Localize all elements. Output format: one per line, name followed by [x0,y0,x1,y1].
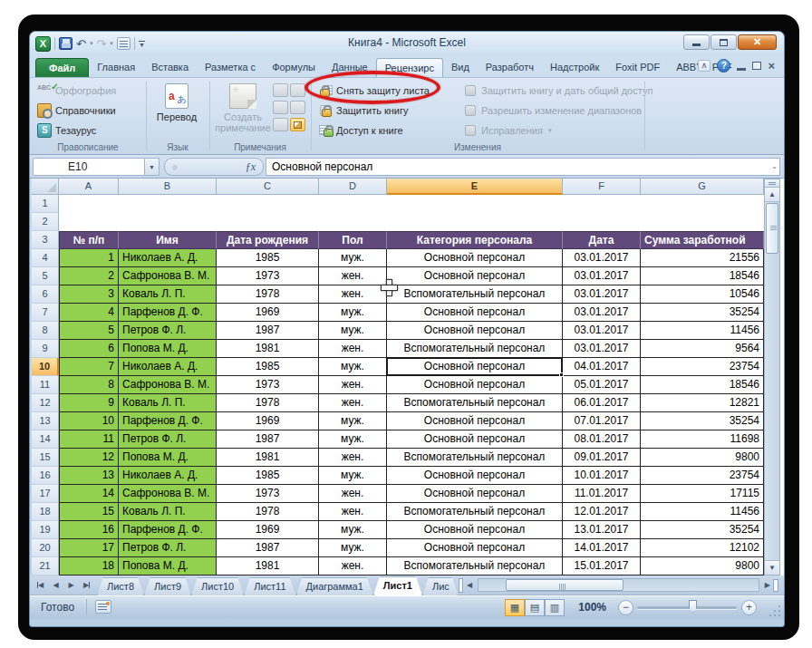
cell-B12[interactable]: Коваль Л. П. [119,394,217,412]
row-header-21[interactable]: 21 [32,557,59,575]
cell-C12[interactable]: 1978 [217,394,319,412]
cell-E15[interactable]: Вспомогательный персонал [387,449,563,467]
cell-F21[interactable]: 15.01.2017 [563,557,641,575]
vertical-scrollbar[interactable]: ▲ ▼ [764,179,780,575]
research-button[interactable]: Справочники [37,102,116,120]
cell-B5[interactable]: Сафронова В. М. [119,267,217,285]
cell-F17[interactable]: 11.01.2017 [563,485,641,503]
row-header-17[interactable]: 17 [32,485,59,503]
cell-D16[interactable]: муж. [319,467,387,485]
cell-G6[interactable]: 10546 [641,285,764,304]
cell-G12[interactable]: 12821 [641,394,764,412]
cell-G5[interactable]: 18546 [641,267,764,285]
cell-A8[interactable]: 5 [59,322,119,340]
tab-Разработч[interactable]: Разработч [478,58,542,77]
row-header-3[interactable]: 3 [32,231,59,249]
cell-B11[interactable]: Сафронова В. М. [119,376,217,394]
cell-E11[interactable]: Основной персонал [387,376,563,394]
sheet-tab-Лист1[interactable]: Лист1 [373,576,422,595]
next-comment-icon[interactable] [290,101,305,114]
cell-D15[interactable]: жен. [319,449,387,467]
previous-sheet-icon[interactable]: ◀ [49,578,63,592]
page-layout-view-icon[interactable]: ▤ [525,599,545,616]
cell-B4[interactable]: Николаев А. Д. [119,249,217,267]
cell-B3[interactable]: Имя [119,231,217,249]
cell-A9[interactable]: 6 [59,340,119,358]
row-header-13[interactable]: 13 [32,412,59,430]
cell-C16[interactable]: 1985 [217,467,319,485]
cell-A14[interactable]: 11 [59,430,119,449]
cell-A4[interactable]: 1 [59,249,119,267]
empty-row-cells[interactable] [59,195,784,213]
tab-Foxit PDF[interactable]: Foxit PDF [607,58,668,77]
sheet-tab-Лист8[interactable]: Лист8 [97,577,144,595]
cell-F11[interactable]: 05.01.2017 [563,376,641,394]
cell-E3[interactable]: Категория персонала [387,231,563,249]
sheet-tab-Лис[interactable]: Лис [422,577,459,595]
minimize-button[interactable] [683,34,710,50]
row-header-20[interactable]: 20 [32,539,59,557]
row-header-4[interactable]: 4 [32,249,59,267]
cell-G15[interactable]: 9800 [641,449,764,467]
zoom-in-icon[interactable]: + [741,600,757,615]
cell-C14[interactable]: 1987 [217,430,319,449]
cell-F5[interactable]: 03.01.2017 [563,267,641,285]
cell-B21[interactable]: Попова М. Д. [119,557,217,575]
cell-D6[interactable]: жен. [319,285,387,304]
help-icon[interactable]: ? [717,59,730,73]
resize-grip[interactable] [769,604,781,616]
cell-F9[interactable]: 03.01.2017 [563,340,641,358]
cell-E9[interactable]: Вспомогательный персонал [387,340,563,358]
name-box[interactable]: E10 [33,158,160,176]
cell-F14[interactable]: 08.01.2017 [563,430,641,449]
cell-E20[interactable]: Основной персонал [387,539,563,557]
tab-Надстройк[interactable]: Надстройк [542,58,607,77]
cell-F6[interactable]: 03.01.2017 [563,285,641,304]
sheet-tab-Лист9[interactable]: Лист9 [144,577,191,595]
cell-E19[interactable]: Основной персонал [387,521,563,539]
row-header-10[interactable]: 10 [32,358,59,376]
row-header-14[interactable]: 14 [32,430,59,449]
zoom-level[interactable]: 100% [578,601,606,614]
fill-handle[interactable] [559,372,564,377]
close-button[interactable]: ✕ [738,34,777,50]
cell-B17[interactable]: Сафронова В. М. [119,485,217,503]
share-workbook-button[interactable]: Доступ к книге [318,121,403,140]
cell-E16[interactable]: Основной персонал [387,467,563,485]
sheet-tab-Лист11[interactable]: Лист11 [244,577,295,595]
cell-A11[interactable]: 8 [59,376,119,394]
cell-D20[interactable]: муж. [319,539,387,557]
scroll-right-icon[interactable]: ▶ [765,581,770,589]
cell-F8[interactable]: 03.01.2017 [563,322,641,340]
cell-C4[interactable]: 1985 [217,249,319,267]
cell-F20[interactable]: 14.01.2017 [563,539,641,557]
cell-C20[interactable]: 1987 [217,539,319,557]
cell-C7[interactable]: 1969 [217,304,319,322]
sheet-tab-Лист10[interactable]: Лист10 [191,577,244,595]
cell-D9[interactable]: жен. [319,340,387,358]
cell-A13[interactable]: 10 [59,412,119,430]
row-header-7[interactable]: 7 [32,304,59,322]
scroll-down-icon[interactable]: ▼ [765,560,779,575]
sheet-tab-Диаграмма1[interactable]: Диаграмма1 [296,577,373,595]
cell-F10[interactable]: 04.01.2017 [563,358,641,376]
cell-A3[interactable]: № п/п [59,231,119,249]
previous-comment-icon[interactable] [273,101,288,114]
cell-F4[interactable]: 03.01.2017 [563,249,641,267]
cell-B7[interactable]: Парфенов Д. Ф. [119,304,217,322]
row-header-1[interactable]: 1 [32,195,59,213]
cell-C10[interactable]: 1985 [217,358,319,376]
column-header-A[interactable]: A [59,179,119,195]
cell-C6[interactable]: 1978 [217,285,319,304]
cell-G21[interactable]: 9800 [641,557,764,575]
protect-share-workbook-button[interactable]: Защитить книгу и дать общий доступ [463,82,652,100]
cell-E8[interactable]: Основной персонал [387,322,563,340]
collapse-ribbon-icon[interactable]: ∧ [698,60,711,72]
cell-G4[interactable]: 21556 [641,249,764,267]
select-all-corner[interactable] [32,179,59,195]
cell-B8[interactable]: Петров Ф. Л. [119,322,217,340]
cell-E18[interactable]: Вспомогательный персонал [387,503,563,521]
edit-comment-icon[interactable] [290,83,305,97]
show-all-comments-icon[interactable] [273,118,288,131]
cell-E4[interactable]: Основной персонал [387,249,563,267]
